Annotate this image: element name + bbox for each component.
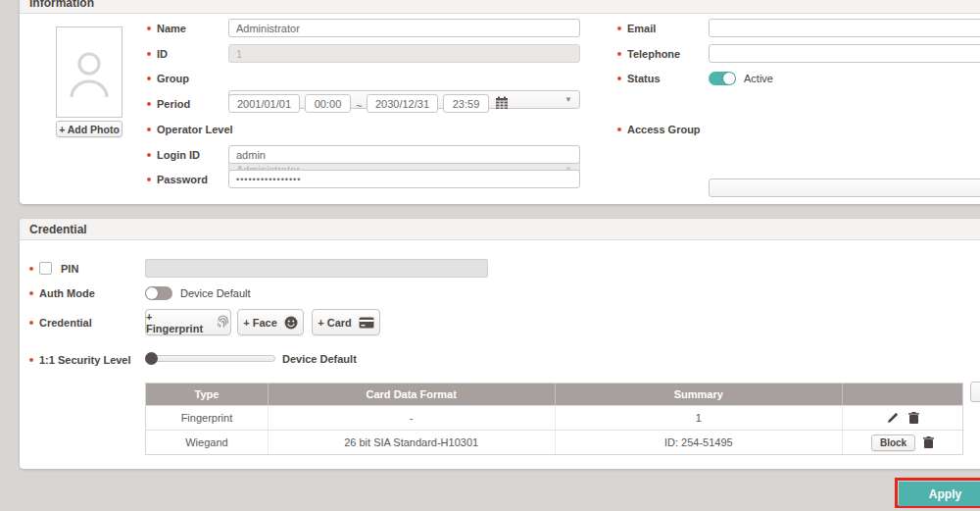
telephone-field-label: Telephone (617, 44, 680, 63)
period-start-time-input[interactable] (305, 94, 351, 113)
toggle-knob (146, 287, 158, 299)
id-input (228, 44, 580, 63)
security-level-slider-knob[interactable] (145, 352, 158, 365)
required-marker (29, 267, 33, 271)
information-title: Information (29, 0, 94, 10)
information-panel: Information + Add Photo Name ID Group Al… (20, 0, 980, 204)
credential-panel-header: Credential (20, 219, 980, 240)
credential-row-label: Credential (39, 317, 92, 329)
login-id-field-label: Login ID (147, 145, 200, 164)
required-marker (147, 102, 151, 106)
add-card-button[interactable]: + Card (312, 309, 380, 335)
password-input[interactable] (228, 170, 580, 188)
credential-table: Type Card Data Format Summary Fingerprin… (145, 383, 963, 455)
annotation-highlight: Apply (895, 478, 980, 508)
pin-checkbox[interactable] (39, 262, 52, 275)
period-separator: ~ (356, 100, 362, 112)
delete-icon[interactable] (908, 412, 919, 424)
fingerprint-icon (216, 315, 230, 330)
credential-title: Credential (29, 223, 87, 236)
status-value: Active (744, 73, 773, 84)
name-field-label: Name (147, 19, 186, 37)
card-icon (359, 317, 374, 329)
block-button[interactable]: Block (871, 434, 915, 451)
email-input[interactable] (709, 19, 980, 37)
col-header-summary: Summary (556, 383, 844, 405)
auth-mode-value: Device Default (180, 287, 251, 299)
pin-label: PIN (61, 263, 78, 275)
required-marker (147, 128, 151, 131)
required-marker (147, 178, 151, 181)
status-toggle[interactable] (709, 72, 736, 85)
required-marker (29, 291, 33, 295)
col-header-card-data-format: Card Data Format (269, 383, 556, 405)
table-row-wiegand: Wiegand 26 bit SIA Standard-H10301 ID: 2… (146, 430, 962, 454)
toggle-knob (723, 73, 735, 84)
add-photo-button[interactable]: + Add Photo (56, 121, 122, 137)
apply-button[interactable]: Apply (899, 482, 980, 506)
email-field-label: Email (617, 19, 656, 37)
telephone-input[interactable] (709, 44, 980, 63)
add-face-button[interactable]: + Face (237, 309, 304, 335)
required-marker (147, 77, 151, 80)
status-field-label: Status (617, 69, 661, 87)
operator-level-field-label: Operator Level (147, 120, 233, 138)
col-header-type: Type (146, 383, 269, 405)
period-start-date-input[interactable] (228, 94, 300, 113)
person-silhouette-icon (66, 44, 113, 101)
required-marker (617, 26, 621, 30)
edit-icon[interactable] (887, 412, 899, 424)
information-panel-header: Information (20, 0, 980, 14)
required-marker (617, 77, 621, 80)
required-marker (617, 128, 621, 131)
face-icon (284, 316, 298, 330)
user-photo-placeholder (56, 26, 122, 118)
delete-icon[interactable] (923, 436, 934, 448)
period-end-time-input[interactable] (443, 94, 489, 113)
id-field-label: ID (147, 44, 168, 63)
calendar-icon[interactable] (495, 96, 509, 110)
chevron-down-icon: ▼ (564, 95, 572, 104)
table-row-fingerprint: Fingerprint - 1 (146, 405, 962, 430)
name-input[interactable] (228, 19, 580, 37)
auth-mode-toggle[interactable] (145, 286, 172, 300)
required-marker (147, 52, 151, 56)
security-level-label: 1:1 Security Level (39, 354, 131, 366)
col-header-actions (843, 383, 962, 405)
table-side-button[interactable] (970, 382, 980, 402)
period-field-label: Period (147, 94, 190, 113)
credential-table-header: Type Card Data Format Summary (146, 383, 962, 405)
required-marker (147, 153, 151, 157)
required-marker (147, 26, 151, 30)
credential-panel: Credential PIN Auth Mode Device Default … (20, 219, 980, 469)
security-level-value: Device Default (282, 353, 357, 365)
required-marker (29, 321, 33, 325)
access-group-field[interactable] (709, 179, 980, 197)
password-field-label: Password (147, 170, 208, 188)
access-group-field-label: Access Group (617, 120, 701, 138)
pin-input (145, 259, 488, 278)
add-fingerprint-button[interactable]: + Fingerprint (145, 309, 231, 335)
required-marker (29, 358, 33, 362)
required-marker (617, 52, 621, 56)
login-id-input[interactable] (228, 145, 580, 164)
period-end-date-input[interactable] (367, 94, 438, 113)
auth-mode-label: Auth Mode (39, 287, 95, 299)
security-level-slider-track[interactable] (148, 355, 275, 362)
group-field-label: Group (147, 69, 189, 87)
